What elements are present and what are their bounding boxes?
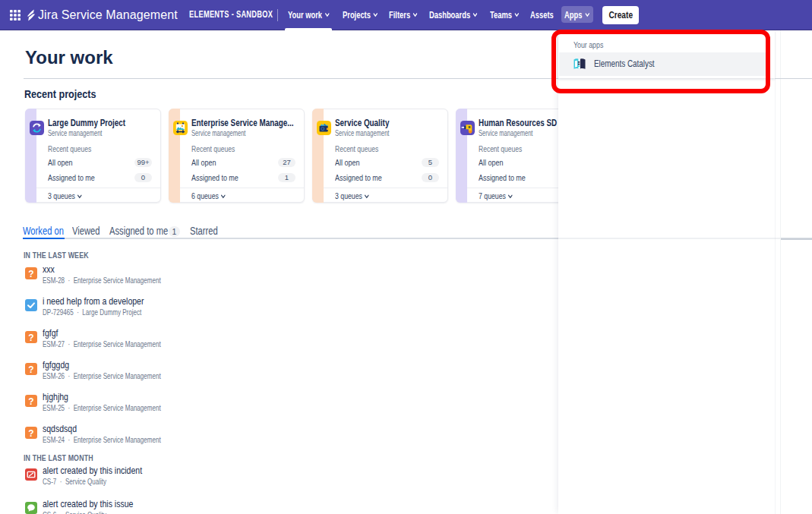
svg-text:?: ?	[28, 269, 33, 279]
svg-text:?: ?	[28, 428, 33, 439]
svg-text:?: ?	[28, 396, 33, 407]
svg-text:?: ?	[28, 364, 33, 375]
svg-text:?: ?	[28, 333, 33, 343]
